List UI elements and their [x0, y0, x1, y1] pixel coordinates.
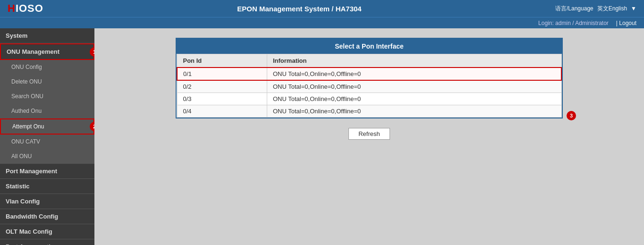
pon-id-cell: 0/1	[177, 68, 267, 80]
header-title: EPON Management System / HA7304	[43, 5, 555, 13]
pon-id-cell: 0/4	[177, 105, 267, 118]
main-layout: System ONU Management 1 ONU Config Delet…	[0, 28, 644, 245]
sidebar-item-onu-config[interactable]: ONU Config	[0, 60, 94, 75]
sidebar-item-system[interactable]: System	[0, 28, 94, 43]
information-cell: ONU Total=0,Online=0,Offline=0	[267, 80, 561, 93]
language-label: 语言/Language	[555, 5, 593, 13]
sidebar-item-delete-onu[interactable]: Delete ONU	[0, 75, 94, 89]
header-top: HIOSO EPON Management System / HA7304 语言…	[0, 0, 644, 17]
sidebar: System ONU Management 1 ONU Config Delet…	[0, 28, 94, 245]
table-title: Select a Pon Interface	[177, 39, 562, 54]
badge-3: 3	[567, 111, 576, 120]
login-text: Login: admin / Administrator	[538, 20, 609, 26]
pon-id-cell: 0/3	[177, 93, 267, 105]
information-cell: ONU Total=0,Online=0,Offline=0	[267, 105, 561, 118]
pon-id-cell: 0/2	[177, 80, 267, 93]
logo-h: H	[8, 2, 16, 14]
logo-area: HIOSO	[8, 2, 43, 15]
table-row[interactable]: 0/2ONU Total=0,Online=0,Offline=0	[177, 80, 561, 93]
sidebar-item-olt-mac-config[interactable]: OLT Mac Config	[0, 224, 94, 239]
pon-table: Pon Id Information 0/1ONU Total=0,Online…	[177, 54, 562, 118]
sidebar-item-bandwidth-config[interactable]: Bandwidth Config	[0, 209, 94, 224]
table-row[interactable]: 0/1ONU Total=0,Online=0,Offline=0	[177, 68, 561, 80]
content-area: Select a Pon Interface Pon Id Informatio…	[94, 28, 644, 245]
header-lang: 语言/Language 英文English ▼	[555, 5, 636, 13]
sidebar-item-attempt-onu[interactable]: Attempt Onu	[0, 118, 94, 135]
information-cell: ONU Total=0,Online=0,Offline=0	[267, 68, 561, 80]
sidebar-item-statistic[interactable]: Statistic	[0, 179, 94, 194]
sidebar-item-port-aggregration[interactable]: Port Aggregration	[0, 239, 94, 245]
sidebar-item-onu-catv[interactable]: ONU CATV	[0, 135, 94, 149]
chevron-down-icon: ▼	[631, 5, 636, 12]
refresh-button[interactable]: Refresh	[348, 128, 390, 140]
sidebar-item-port-management[interactable]: Port Management	[0, 164, 94, 179]
logo-rest: IOSO	[16, 2, 43, 14]
logo: HIOSO	[8, 2, 43, 15]
refresh-area: Refresh	[348, 128, 390, 140]
information-cell: ONU Total=0,Online=0,Offline=0	[267, 93, 561, 105]
pon-interface-table-container: Select a Pon Interface Pon Id Informatio…	[176, 38, 563, 118]
table-row[interactable]: 0/4ONU Total=0,Online=0,Offline=0	[177, 105, 561, 118]
sidebar-item-authed-onu[interactable]: Authed Onu	[0, 104, 94, 118]
col-pon-id: Pon Id	[177, 54, 267, 68]
sidebar-item-vlan-config[interactable]: Vlan Config	[0, 194, 94, 209]
sidebar-item-onu-management[interactable]: ONU Management	[0, 43, 94, 60]
sidebar-item-search-onu[interactable]: Search ONU	[0, 89, 94, 104]
table-row[interactable]: 0/3ONU Total=0,Online=0,Offline=0	[177, 93, 561, 105]
sidebar-item-all-onu[interactable]: All ONU	[0, 149, 94, 164]
col-information: Information	[267, 54, 561, 68]
logout-button[interactable]: | Logout	[616, 20, 636, 26]
language-value[interactable]: 英文English	[597, 5, 627, 13]
header-bottom: Login: admin / Administrator | Logout	[0, 17, 644, 28]
